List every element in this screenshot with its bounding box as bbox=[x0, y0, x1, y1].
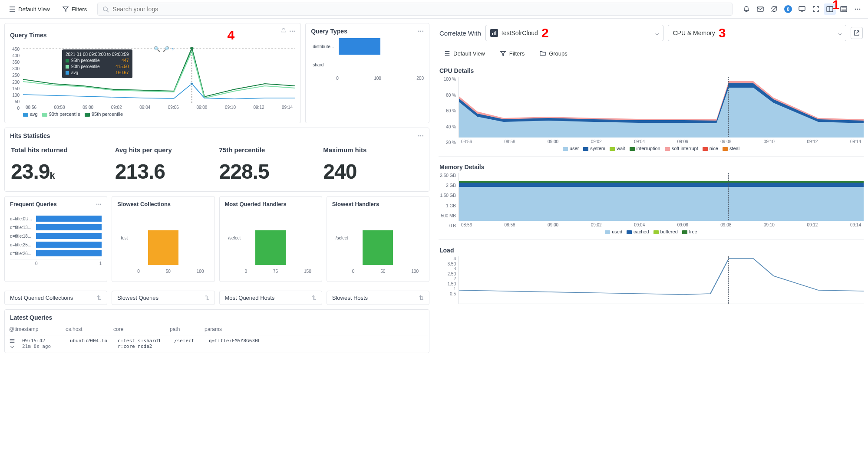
fullscreen-icon[interactable] bbox=[810, 3, 822, 15]
stat-value: 240 bbox=[323, 160, 423, 183]
legend-item[interactable]: wait bbox=[610, 146, 625, 151]
legend-item[interactable]: used bbox=[605, 229, 622, 234]
top-toolbar: Default View Filters 0 1 bbox=[0, 0, 868, 19]
expand-collapse-icon: ⇅ bbox=[97, 295, 102, 301]
panel-mini: Most Queried Handlers /select075150 bbox=[219, 196, 322, 282]
svg-rect-1 bbox=[757, 7, 763, 11]
panel-title: CPU Details bbox=[439, 64, 864, 77]
panel-title: Query Types bbox=[311, 28, 347, 35]
bar-label: shard bbox=[313, 62, 336, 67]
panel-more-icon[interactable]: ⋯ bbox=[418, 132, 424, 139]
panel-query-times: Query Times 4 ⋯ 450400350300250200150100… bbox=[4, 23, 301, 123]
svg-point-5 bbox=[855, 9, 856, 10]
expand-collapse-icon: ⇅ bbox=[312, 295, 317, 301]
zoom-in-icon[interactable]: 🔍 bbox=[154, 46, 160, 52]
search-box[interactable] bbox=[97, 3, 733, 16]
bar-label: distribute... bbox=[313, 44, 336, 49]
load-chart[interactable] bbox=[459, 256, 864, 304]
notification-count[interactable]: 0 bbox=[782, 3, 794, 15]
legend-item[interactable]: steal bbox=[723, 146, 739, 151]
chevron-right-icon[interactable]: › bbox=[172, 46, 174, 52]
tooltip-header: 2021-01-08 09:08:00 to 09:08:59 bbox=[66, 52, 129, 58]
refresh-off-icon[interactable] bbox=[768, 3, 780, 15]
svg-rect-17 bbox=[459, 181, 864, 183]
stat-label: Avg hits per query bbox=[115, 146, 215, 154]
panel-more-icon[interactable]: ⋯ bbox=[418, 28, 424, 35]
right-column: Correlate With testSolrCloud 2 ⌵ CPU & M… bbox=[434, 19, 868, 362]
filter-icon bbox=[62, 6, 69, 13]
annotation-2: 2 bbox=[541, 26, 549, 40]
stat-block: Total hits returned 23.9k bbox=[11, 146, 111, 183]
panel-title: Frequent Queries bbox=[10, 201, 57, 207]
monitor-icon[interactable] bbox=[796, 3, 808, 15]
split-view-icon[interactable]: 1 bbox=[824, 3, 836, 15]
sub-filters[interactable]: Filters bbox=[495, 47, 529, 59]
collapsed-panel[interactable]: Most Queried Hosts⇅ bbox=[219, 291, 322, 305]
collapsed-panel[interactable]: Most Queried Collections⇅ bbox=[4, 291, 107, 305]
sub-groups[interactable]: Groups bbox=[535, 47, 572, 59]
legend-item[interactable]: nice bbox=[703, 146, 718, 151]
panel-title: Latest Queries bbox=[10, 314, 52, 321]
zoom-out-icon[interactable]: 🔎 bbox=[163, 46, 169, 52]
chart-zoom-controls[interactable]: 🔍 🔎 › bbox=[154, 46, 174, 52]
table-row[interactable]: 09:15:42 21m 8s ago ubuntu2004.lo c:test… bbox=[5, 335, 429, 353]
bell-icon[interactable] bbox=[740, 3, 752, 15]
cell-params: q=title:FM5Y8G63HL bbox=[209, 338, 425, 350]
svg-point-0 bbox=[103, 7, 107, 10]
legend-item[interactable]: 95th percentile bbox=[85, 111, 123, 117]
legend-item[interactable]: cached bbox=[627, 229, 649, 234]
memory-chart[interactable] bbox=[459, 173, 864, 221]
stat-label: Maximum hits bbox=[323, 146, 423, 154]
panel-latest-queries: Latest Queries @timestamp os.host core p… bbox=[4, 309, 429, 353]
panel-mini: Slowest Collections test050100 bbox=[112, 196, 215, 282]
single-view-icon[interactable] bbox=[838, 3, 850, 15]
annotation-3: 3 bbox=[719, 26, 726, 40]
panel-title: Most Queried Handlers bbox=[225, 201, 287, 207]
filters-button[interactable]: Filters bbox=[58, 3, 91, 15]
legend-item[interactable]: soft interrupt bbox=[665, 146, 698, 151]
query-times-chart[interactable]: 🔍 🔎 › 2021-01-08 09:08:00 to 09:08:59 95… bbox=[23, 47, 295, 103]
filters-label: Filters bbox=[72, 6, 87, 13]
panel-title: Query Times bbox=[10, 32, 47, 39]
svg-rect-15 bbox=[459, 182, 864, 221]
stat-label: Total hits returned bbox=[11, 146, 111, 154]
legend-item[interactable]: 90th percentile bbox=[42, 111, 80, 117]
legend-item[interactable]: free bbox=[682, 229, 697, 234]
sub-default-view[interactable]: Default View bbox=[439, 47, 489, 59]
mail-icon[interactable] bbox=[754, 3, 766, 15]
more-icon[interactable] bbox=[851, 3, 864, 15]
popout-icon[interactable] bbox=[851, 27, 863, 39]
panel-mini: Frequent Queries⋯ q=title:0U...q=title:1… bbox=[4, 196, 107, 282]
panel-more-icon[interactable]: ⋯ bbox=[96, 201, 102, 207]
legend-item[interactable]: system bbox=[583, 146, 605, 151]
search-input[interactable] bbox=[112, 6, 728, 13]
correlate-metric-select[interactable]: CPU & Memory 3 ⌵ bbox=[668, 25, 846, 41]
expand-collapse-icon: ⇅ bbox=[419, 295, 424, 301]
expand-icon[interactable] bbox=[9, 338, 18, 350]
cell-host: ubuntu2004.lo bbox=[70, 338, 113, 350]
correlate-label: Correlate With bbox=[439, 29, 481, 37]
default-view-button[interactable]: Default View bbox=[4, 3, 54, 15]
panel-more-icon[interactable]: ⋯ bbox=[289, 28, 295, 43]
cell-core: c:test s:shard1 r:core_node2 bbox=[118, 338, 170, 350]
stat-value: 23.9k bbox=[11, 160, 111, 183]
stat-block: Maximum hits 240 bbox=[323, 146, 423, 183]
bell-outline-icon[interactable] bbox=[281, 28, 287, 43]
legend-item[interactable]: interruption bbox=[630, 146, 660, 151]
legend-item[interactable]: user bbox=[563, 146, 579, 151]
collapsed-panel[interactable]: Slowest Hosts⇅ bbox=[327, 291, 429, 305]
default-view-label: Default View bbox=[18, 6, 50, 13]
correlate-source-select[interactable]: testSolrCloud 2 ⌵ bbox=[485, 25, 664, 41]
legend-item[interactable]: buffered bbox=[653, 229, 678, 234]
search-icon bbox=[102, 6, 109, 13]
svg-rect-14 bbox=[495, 31, 496, 35]
panel-query-types: Query Types ⋯ distribute... shard 010020… bbox=[305, 23, 429, 123]
stat-block: 75th percentile 228.5 bbox=[219, 146, 319, 183]
collapsed-panel[interactable]: Slowest Queries⇅ bbox=[112, 291, 215, 305]
panel-title: Slowest Handlers bbox=[332, 201, 379, 207]
panel-title: Slowest Collections bbox=[117, 201, 171, 207]
panel-hits-statistics: Hits Statistics ⋯ Total hits returned 23… bbox=[4, 128, 429, 192]
legend-item[interactable]: avg bbox=[23, 111, 38, 117]
stat-label: 75th percentile bbox=[219, 146, 319, 154]
cpu-chart[interactable] bbox=[459, 77, 864, 138]
